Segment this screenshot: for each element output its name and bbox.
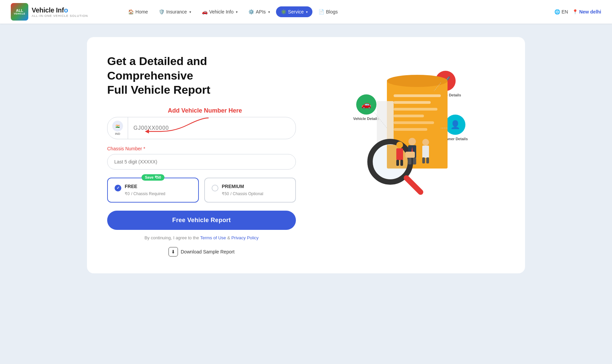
right-panel: 🚗 Vehicle Details ✔️ Insurance Details 👤… <box>316 54 505 195</box>
nav-insurance-label: Insurance <box>166 9 187 14</box>
svg-rect-21 <box>413 158 416 164</box>
nav-vehicle-info-label: Vehicle Info <box>209 9 234 14</box>
main-wrapper: Get a Detailed and Comprehensive Full Ve… <box>0 24 612 287</box>
chevron-down-icon-3: ▾ <box>268 10 270 14</box>
svg-rect-27 <box>405 152 415 158</box>
svg-rect-9 <box>394 121 434 124</box>
plans-row: Save ₹50 FREE ₹0 / Chassis Required <box>107 178 296 203</box>
svg-rect-6 <box>394 101 431 104</box>
nav-home-label: Home <box>135 9 148 14</box>
plan-premium-price: ₹50 / Chassis Optional <box>222 190 263 196</box>
ind-text: IND <box>115 132 120 135</box>
plan-free-price: ₹0 / Chassis Required <box>125 190 165 196</box>
ind-badge: 🇮🇳 IND <box>108 117 128 139</box>
translate-icon: 🌐 <box>554 9 560 14</box>
svg-rect-17 <box>400 160 403 166</box>
svg-rect-24 <box>422 146 429 158</box>
plan-free-radio[interactable] <box>115 185 121 191</box>
location-label: New delhi <box>579 9 601 14</box>
service-icon: ✳️ <box>281 9 286 14</box>
ind-circle: 🇮🇳 <box>112 121 123 131</box>
svg-rect-16 <box>396 160 399 166</box>
svg-rect-7 <box>394 108 437 111</box>
left-panel: Get a Detailed and Comprehensive Full Ve… <box>107 54 296 256</box>
language-label: EN <box>561 9 568 14</box>
plan-premium-radio[interactable] <box>212 185 218 191</box>
svg-point-23 <box>422 139 429 146</box>
page-heading: Get a Detailed and Comprehensive Full Ve… <box>107 54 296 97</box>
download-icon: ⬇ <box>169 247 178 256</box>
nav-home[interactable]: 🏠 Home <box>123 6 153 17</box>
nav-blogs-label: Blogs <box>326 9 338 14</box>
chassis-required-marker: * <box>143 146 145 151</box>
blog-icon: 📄 <box>318 9 324 14</box>
svg-point-12 <box>370 142 410 182</box>
nav-blogs[interactable]: 📄 Blogs <box>314 6 342 17</box>
logo-name: Vehicle Info <box>32 6 88 14</box>
svg-marker-0 <box>145 129 149 133</box>
plan-premium[interactable]: PREMIUM ₹50 / Chassis Optional <box>204 178 296 203</box>
terms-of-use-link[interactable]: Terms of Use <box>200 235 226 240</box>
svg-line-13 <box>406 178 421 192</box>
chassis-label: Chassis Number * <box>107 146 296 151</box>
logo-tagline: ALL-IN-ONE VEHICLE SOLUTION <box>32 14 88 18</box>
svg-point-14 <box>396 142 403 148</box>
chevron-down-icon: ▾ <box>189 10 191 14</box>
plan-free-radio-row: FREE ₹0 / Chassis Required <box>115 184 191 196</box>
nav-insurance[interactable]: 🛡️ Insurance ▾ <box>154 6 195 17</box>
chevron-down-icon-2: ▾ <box>236 10 238 14</box>
nav-apis[interactable]: ⚙️ APIs ▾ <box>244 6 275 17</box>
svg-rect-25 <box>422 157 425 163</box>
logo[interactable]: ALL VEHICLE Vehicle Info ALL-IN-ONE VEHI… <box>11 3 88 21</box>
svg-point-18 <box>408 138 416 145</box>
car-icon: 🚗 <box>202 9 208 14</box>
terms-text: By continuing, I agree to the Terms of U… <box>107 235 296 240</box>
plan-premium-info: PREMIUM ₹50 / Chassis Optional <box>222 184 263 196</box>
save-badge: Save ₹50 <box>142 174 164 181</box>
plan-premium-name: PREMIUM <box>222 184 263 189</box>
doc-illustration: 🚗 Vehicle Details ✔️ Insurance Details 👤… <box>353 61 468 189</box>
nav-links: 🏠 Home 🛡️ Insurance ▾ 🚗 Vehicle Info ▾ ⚙… <box>101 6 364 17</box>
svg-point-4 <box>387 75 448 87</box>
gear-icon: ⚙️ <box>248 9 254 14</box>
free-vehicle-report-button[interactable]: Free Vehicle Report <box>107 211 296 230</box>
terms-connector: & <box>227 235 230 240</box>
shield-icon: 🛡️ <box>159 9 164 14</box>
india-flag-icon: 🇮🇳 <box>115 123 121 129</box>
nav-service[interactable]: ✳️ Service ▾ <box>276 6 313 17</box>
arrow-hint-text: Add Vehicle Number Here <box>168 107 296 114</box>
svg-rect-8 <box>394 115 424 117</box>
nav-service-label: Service <box>288 9 304 14</box>
main-card: Get a Detailed and Comprehensive Full Ve… <box>87 37 525 273</box>
nav-vehicle-info[interactable]: 🚗 Vehicle Info ▾ <box>197 6 242 17</box>
download-label: Download Sample Report <box>181 249 235 254</box>
nav-right: 🌐 EN 📍 New delhi <box>554 9 601 14</box>
home-icon: 🏠 <box>128 9 134 14</box>
svg-rect-10 <box>394 128 427 131</box>
language-selector[interactable]: 🌐 EN <box>554 9 568 14</box>
svg-rect-5 <box>394 94 441 97</box>
document-svg <box>353 61 468 195</box>
svg-text:🇮🇳: 🇮🇳 <box>116 124 120 128</box>
arrow-hint: Add Vehicle Number Here <box>107 107 296 114</box>
navbar: ALL VEHICLE Vehicle Info ALL-IN-ONE VEHI… <box>0 0 612 24</box>
arrow-graphic <box>141 115 215 135</box>
download-sample-report-button[interactable]: ⬇ Download Sample Report <box>107 247 296 256</box>
svg-rect-15 <box>396 148 403 160</box>
plan-free-info: FREE ₹0 / Chassis Required <box>125 184 165 196</box>
svg-rect-26 <box>426 157 429 163</box>
plan-free[interactable]: Save ₹50 FREE ₹0 / Chassis Required <box>107 178 199 203</box>
privacy-policy-link[interactable]: Privacy Policy <box>231 235 258 240</box>
svg-rect-11 <box>377 101 394 145</box>
logo-title: Vehicle Info ALL-IN-ONE VEHICLE SOLUTION <box>32 6 88 18</box>
location-pin-icon: 📍 <box>572 9 578 14</box>
plan-free-name: FREE <box>125 184 165 189</box>
chevron-down-icon-4: ▾ <box>306 10 308 14</box>
logo-icon: ALL VEHICLE <box>11 3 28 21</box>
plan-premium-radio-row: PREMIUM ₹50 / Chassis Optional <box>212 184 288 196</box>
chassis-number-input[interactable] <box>107 154 296 170</box>
svg-rect-20 <box>408 158 411 164</box>
nav-apis-label: APIs <box>256 9 266 14</box>
location-selector[interactable]: 📍 New delhi <box>572 9 601 14</box>
